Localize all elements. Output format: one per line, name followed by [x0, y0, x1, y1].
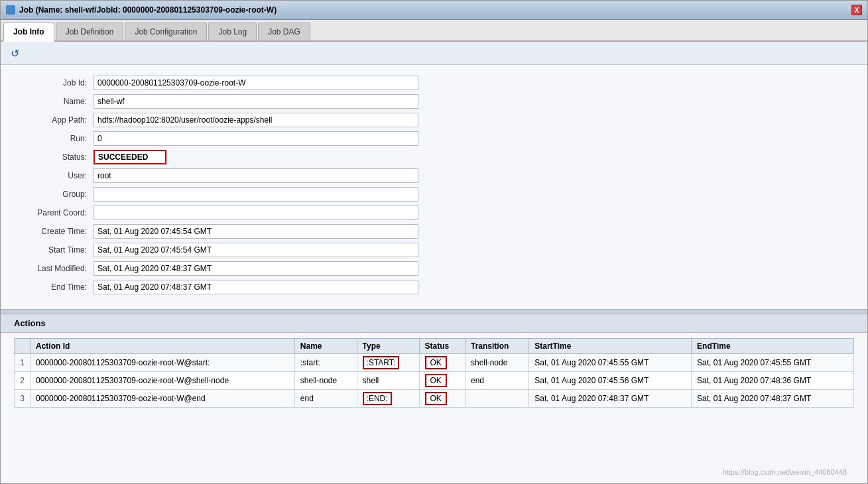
- run-value: [93, 131, 418, 146]
- parent-coord-label: Parent Coord:: [14, 208, 93, 217]
- last-modified-row: Last Modified:: [14, 261, 854, 276]
- status-label: Status:: [14, 152, 93, 162]
- parent-coord-row: Parent Coord:: [14, 206, 854, 220]
- row-start-time: Sat, 01 Aug 2020 07:45:55 GMT: [529, 354, 692, 372]
- start-time-label: Start Time:: [14, 245, 93, 255]
- window-icon: [6, 5, 15, 15]
- status-row: Status:: [14, 150, 854, 164]
- row-start-time: Sat, 01 Aug 2020 07:45:56 GMT: [529, 372, 692, 390]
- row-transition: shell-node: [465, 354, 529, 372]
- col-status: Status: [419, 339, 465, 354]
- col-start-time: StartTime: [529, 339, 692, 354]
- user-row: User:: [14, 168, 854, 183]
- name-label: Name:: [14, 97, 93, 106]
- row-end-time: Sat, 01 Aug 2020 07:45:55 GMT: [692, 354, 854, 372]
- table-row: 30000000-200801125303709-oozie-root-W@en…: [15, 390, 854, 408]
- tab-job-info[interactable]: Job Info: [3, 23, 54, 42]
- end-time-value: [93, 280, 418, 294]
- window-title: Job (Name: shell-wf/JobId: 0000000-20080…: [19, 5, 277, 15]
- col-name: Name: [294, 339, 357, 354]
- tab-job-definition[interactable]: Job Definition: [56, 23, 124, 40]
- section-divider: [1, 309, 867, 314]
- row-status: OK: [419, 390, 465, 408]
- table-header-row: Action Id Name Type Status Transition St…: [15, 339, 854, 354]
- tab-job-log[interactable]: Job Log: [208, 23, 257, 40]
- row-num: 3: [15, 390, 31, 408]
- form-section: Job Id: Name: App Path: Run: Status: Use: [1, 65, 867, 309]
- watermark: https://blog.csdn.net/weixin_44080448: [712, 465, 857, 479]
- col-type: Type: [357, 339, 419, 354]
- row-name: :start:: [294, 354, 357, 372]
- row-transition: end: [465, 372, 529, 390]
- actions-table-wrap: Action Id Name Type Status Transition St…: [1, 333, 867, 413]
- row-action-id: 0000000-200801125303709-oozie-root-W@sta…: [31, 354, 295, 372]
- end-time-row: End Time:: [14, 280, 854, 294]
- run-label: Run:: [14, 134, 93, 143]
- parent-coord-value: [93, 206, 418, 220]
- title-bar-left: Job (Name: shell-wf/JobId: 0000000-20080…: [6, 5, 277, 15]
- app-path-value: [93, 113, 418, 127]
- start-time-row: Start Time:: [14, 243, 854, 257]
- row-status: OK: [419, 372, 465, 390]
- row-type: :END:: [357, 390, 419, 408]
- last-modified-label: Last Modified:: [14, 264, 93, 273]
- row-action-id: 0000000-200801125303709-oozie-root-W@end: [31, 390, 295, 408]
- end-time-label: End Time:: [14, 282, 93, 292]
- actions-header: Actions: [1, 314, 867, 333]
- table-row: 10000000-200801125303709-oozie-root-W@st…: [15, 354, 854, 372]
- table-row: 20000000-200801125303709-oozie-root-W@sh…: [15, 372, 854, 390]
- job-id-label: Job Id:: [14, 78, 93, 88]
- tab-job-dag[interactable]: Job DAG: [258, 23, 310, 40]
- row-name: shell-node: [294, 372, 357, 390]
- row-transition: [465, 390, 529, 408]
- status-value: [93, 150, 166, 164]
- group-row: Group:: [14, 187, 854, 202]
- row-end-time: Sat, 01 Aug 2020 07:48:36 GMT: [692, 372, 854, 390]
- create-time-label: Create Time:: [14, 227, 93, 236]
- name-row: Name:: [14, 94, 854, 109]
- row-num: 1: [15, 354, 31, 372]
- row-status: OK: [419, 354, 465, 372]
- create-time-row: Create Time:: [14, 224, 854, 239]
- last-modified-value: [93, 261, 418, 276]
- title-bar: Job (Name: shell-wf/JobId: 0000000-20080…: [1, 1, 867, 20]
- col-action-id: Action Id: [31, 339, 295, 354]
- row-num: 2: [15, 372, 31, 390]
- row-name: end: [294, 390, 357, 408]
- user-label: User:: [14, 171, 93, 180]
- create-time-value: [93, 224, 418, 239]
- app-path-row: App Path:: [14, 113, 854, 127]
- job-id-row: Job Id:: [14, 76, 854, 90]
- refresh-button[interactable]: ↺: [7, 46, 22, 60]
- main-window: Job (Name: shell-wf/JobId: 0000000-20080…: [0, 0, 868, 484]
- close-button[interactable]: X: [851, 5, 862, 15]
- tab-job-configuration[interactable]: Job Configuration: [125, 23, 207, 40]
- col-transition: Transition: [465, 339, 529, 354]
- col-end-time: EndTime: [692, 339, 854, 354]
- app-path-label: App Path:: [14, 115, 93, 125]
- group-label: Group:: [14, 190, 93, 199]
- row-type: shell: [357, 372, 419, 390]
- content-area: ↺ Job Id: Name: App Path: Run: Status:: [1, 42, 867, 483]
- run-row: Run:: [14, 131, 854, 146]
- row-end-time: Sat, 01 Aug 2020 07:48:37 GMT: [692, 390, 854, 408]
- start-time-value: [93, 243, 418, 257]
- actions-table: Action Id Name Type Status Transition St…: [14, 338, 854, 408]
- row-type: :START:: [357, 354, 419, 372]
- job-id-value: [93, 76, 418, 90]
- row-start-time: Sat, 01 Aug 2020 07:48:37 GMT: [529, 390, 692, 408]
- tabs-bar: Job Info Job Definition Job Configuratio…: [1, 20, 867, 42]
- user-value: [93, 168, 418, 183]
- row-action-id: 0000000-200801125303709-oozie-root-W@she…: [31, 372, 295, 390]
- toolbar: ↺: [1, 42, 867, 65]
- actions-section: Actions Action Id Name Type Status Trans…: [1, 314, 867, 413]
- col-num: [15, 339, 31, 354]
- name-value: [93, 94, 418, 109]
- group-value: [93, 187, 418, 202]
